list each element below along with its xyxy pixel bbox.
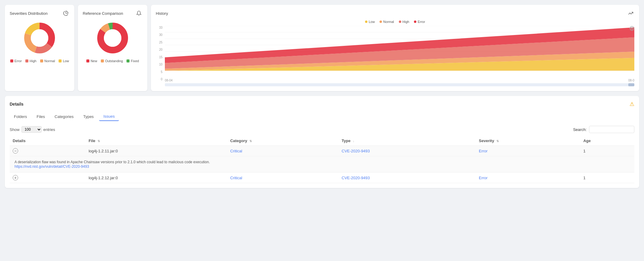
tab-issues[interactable]: Issues xyxy=(99,112,119,121)
col-file: File ⇅ xyxy=(85,136,227,146)
y-label-25: 25 xyxy=(156,41,162,44)
history-panel-header: History xyxy=(156,10,634,17)
history-legend: Low Normal High Error xyxy=(156,20,634,24)
col-age: Age xyxy=(580,136,634,146)
tab-types[interactable]: Types xyxy=(79,112,98,121)
history-low-dot xyxy=(365,21,367,23)
history-legend-error: Error xyxy=(414,20,425,24)
row2-severity: Error xyxy=(476,173,580,183)
reference-donut-svg xyxy=(95,20,131,56)
history-panel: History Low Normal High xyxy=(151,5,639,91)
row1-collapse-button[interactable]: − xyxy=(13,148,18,154)
row2-type-link[interactable]: CVE-2020-9493 xyxy=(342,176,370,180)
pie-chart-icon[interactable] xyxy=(62,10,69,17)
row2-severity-link[interactable]: Error xyxy=(479,176,488,180)
legend-normal-label: Normal xyxy=(44,59,55,63)
y-label-0: 0 xyxy=(156,78,162,81)
col-severity: Severity ⇅ xyxy=(476,136,580,146)
search-box: Search: xyxy=(573,126,634,133)
y-label-30: 30 xyxy=(156,33,162,37)
y-label-33: 33 xyxy=(156,26,162,29)
details-tabs: Folders Files Categories Types Issues xyxy=(10,112,634,121)
legend-high: High xyxy=(25,59,37,63)
severities-title: Severities Distribution xyxy=(10,11,48,16)
reference-panel: Reference Comparison New xyxy=(78,5,147,91)
table-header: Details File ⇅ Category ⇅ Type ↓ Severit… xyxy=(10,136,634,146)
row1-severity-link[interactable]: Error xyxy=(479,149,488,153)
row2-category-link[interactable]: Critical xyxy=(230,176,242,180)
tab-categories[interactable]: Categories xyxy=(50,112,78,121)
category-sort-icon[interactable]: ⇅ xyxy=(249,139,252,143)
legend-outstanding: Outstanding xyxy=(101,59,123,63)
y-label-10: 10 xyxy=(156,63,162,66)
search-input[interactable] xyxy=(589,126,634,133)
row1-category-link[interactable]: Critical xyxy=(230,149,242,153)
severities-legend: Error High Normal Low xyxy=(10,59,69,63)
history-legend-low: Low xyxy=(365,20,375,24)
legend-low-label: Low xyxy=(63,59,69,63)
row1-severity: Error xyxy=(476,146,580,156)
history-chart-area: 33 30 25 20 15 10 5 0 xyxy=(156,26,634,86)
gear-icon-container[interactable] xyxy=(630,26,634,32)
reference-panel-header: Reference Comparison xyxy=(83,10,143,17)
y-label-15: 15 xyxy=(156,56,162,59)
legend-low: Low xyxy=(59,59,69,63)
row2-expand-button[interactable]: + xyxy=(13,175,18,180)
alert-icon[interactable]: ⚠ xyxy=(630,101,634,107)
row2-file: log4j-1.2.12.jar:0 xyxy=(85,173,227,183)
bell-icon[interactable] xyxy=(135,10,143,17)
legend-new: New xyxy=(86,59,97,63)
history-legend-normal: Normal xyxy=(380,20,394,24)
issues-table: Details File ⇅ Category ⇅ Type ↓ Severit… xyxy=(10,136,634,183)
x-label-end: 08-0 xyxy=(628,79,634,82)
history-normal-dot xyxy=(380,21,382,23)
history-legend-high: High xyxy=(399,20,409,24)
table-row: + log4j-1.2.12.jar:0 Critical CVE-2020-9… xyxy=(10,173,634,183)
severity-sort-icon[interactable]: ⇅ xyxy=(496,139,499,143)
type-sort-icon[interactable]: ↓ xyxy=(353,139,354,143)
history-low-label: Low xyxy=(369,20,375,24)
reference-title: Reference Comparison xyxy=(83,11,123,16)
file-sort-icon[interactable]: ⇅ xyxy=(98,139,100,143)
entries-label: entries xyxy=(43,127,55,132)
details-section: Details ⚠ Folders Files Categories Types… xyxy=(5,96,639,188)
row2-category: Critical xyxy=(227,173,338,183)
outstanding-dot xyxy=(101,59,104,62)
severities-donut xyxy=(10,20,69,56)
row1-description: A deserialization flaw was found in Apac… xyxy=(14,160,630,164)
legend-high-label: High xyxy=(30,59,37,63)
svg-point-21 xyxy=(631,28,633,29)
scrollbar-thumb[interactable] xyxy=(628,83,634,86)
row1-nvd-link[interactable]: https://nvd.nist.gov/vuln/detail/CVE-202… xyxy=(14,164,89,169)
table-controls: Show 100 25 50 entries Search: xyxy=(10,126,634,133)
normal-dot xyxy=(40,59,43,62)
legend-outstanding-label: Outstanding xyxy=(105,59,123,63)
trend-icon[interactable] xyxy=(627,10,634,17)
row1-toggle-cell: − xyxy=(10,146,85,156)
history-error-dot xyxy=(414,21,416,23)
legend-error-label: Error xyxy=(14,59,22,63)
details-title: Details xyxy=(10,102,24,107)
gear-icon[interactable] xyxy=(630,26,634,31)
tab-files[interactable]: Files xyxy=(32,112,49,121)
row2-type: CVE-2020-9493 xyxy=(339,173,476,183)
legend-normal: Normal xyxy=(40,59,55,63)
new-dot xyxy=(86,59,89,62)
row1-type-link[interactable]: CVE-2020-9493 xyxy=(342,149,370,153)
y-label-20: 20 xyxy=(156,48,162,51)
history-scrollbar[interactable] xyxy=(165,83,634,86)
table-row: − log4j-1.2.11.jar:0 Critical CVE-2020-9… xyxy=(10,146,634,156)
tab-folders[interactable]: Folders xyxy=(10,112,31,121)
col-details: Details xyxy=(10,136,85,146)
reference-donut xyxy=(83,20,143,56)
history-error-label: Error xyxy=(418,20,425,24)
row1-expanded-cell: A deserialization flaw was found in Apac… xyxy=(10,156,634,173)
chart-svg-container: 08-04 08-0 xyxy=(165,26,634,86)
severities-panel-header: Severities Distribution xyxy=(10,10,69,17)
y-label-5: 5 xyxy=(156,70,162,74)
entries-select[interactable]: 100 25 50 xyxy=(21,126,42,133)
row1-category: Critical xyxy=(227,146,338,156)
x-label-start: 08-04 xyxy=(165,79,173,82)
history-title: History xyxy=(156,11,168,16)
history-normal-label: Normal xyxy=(383,20,394,24)
